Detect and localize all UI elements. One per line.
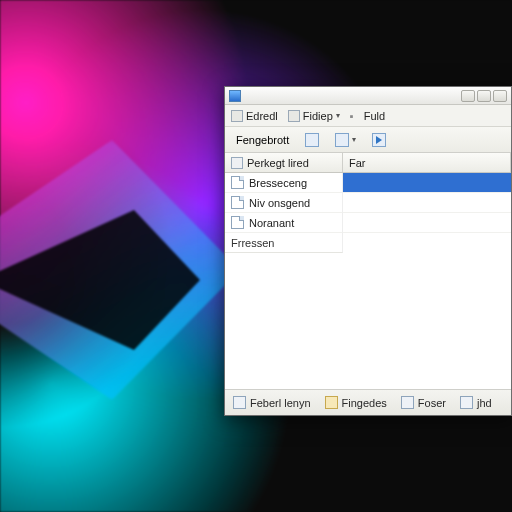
status-item-1[interactable]: Feberl lenyn: [233, 396, 311, 409]
close-button[interactable]: [493, 90, 507, 102]
statusbar: Feberl lenyn Fingedes Foser jhd: [225, 389, 511, 415]
toolbar-button-3[interactable]: [367, 131, 391, 149]
grid-icon: [335, 133, 349, 147]
file-icon: [231, 196, 244, 209]
app-window: Edredl Fidiep ▾ ▪ Fuld Fengebrott ▾ Perk…: [224, 86, 512, 416]
info-icon: [460, 396, 473, 409]
status-item-2[interactable]: Fingedes: [325, 396, 387, 409]
list-item[interactable]: Bresseceng: [225, 173, 511, 193]
menu-item-3[interactable]: Fuld: [364, 110, 385, 122]
toolbar-label[interactable]: Fengebrott: [231, 131, 294, 149]
menu-icon: [288, 110, 300, 122]
document-icon: [305, 133, 319, 147]
window-controls: [461, 90, 507, 102]
status-text: jhd: [477, 397, 492, 409]
list-item[interactable]: Niv onsgend: [225, 193, 511, 213]
toolbar-text: Fengebrott: [236, 134, 289, 146]
menu-icon: [231, 110, 243, 122]
column-header-value[interactable]: Far: [343, 153, 511, 172]
item-label: Niv onsgend: [249, 197, 310, 209]
status-text: Fingedes: [342, 397, 387, 409]
play-icon: [372, 133, 386, 147]
column-label: Far: [349, 157, 366, 169]
folder-icon: [325, 396, 338, 409]
app-icon: [229, 90, 241, 102]
toolbar: Fengebrott ▾: [225, 127, 511, 153]
status-item-4[interactable]: jhd: [460, 396, 492, 409]
list-item[interactable]: Frressen: [225, 233, 511, 253]
column-headers: Perkegt lired Far: [225, 153, 511, 173]
maximize-button[interactable]: [477, 90, 491, 102]
titlebar[interactable]: [225, 87, 511, 105]
status-item-3[interactable]: Foser: [401, 396, 446, 409]
toolbar-button-2[interactable]: ▾: [330, 131, 361, 149]
file-list[interactable]: Bresseceng Niv onsgend Noranant Frressen: [225, 173, 511, 389]
chevron-down-icon: ▾: [352, 135, 356, 144]
status-text: Foser: [418, 397, 446, 409]
list-item[interactable]: Noranant: [225, 213, 511, 233]
column-header-name[interactable]: Perkegt lired: [225, 153, 343, 172]
column-icon: [231, 157, 243, 169]
menu-item-2[interactable]: Fidiep: [303, 110, 333, 122]
chevron-down-icon: ▾: [336, 111, 340, 120]
status-text: Feberl lenyn: [250, 397, 311, 409]
menu-item-1[interactable]: Edredl: [246, 110, 278, 122]
menu-separator: ▪: [350, 110, 354, 122]
column-label: Perkegt lired: [247, 157, 309, 169]
minimize-button[interactable]: [461, 90, 475, 102]
item-label: Frressen: [231, 237, 274, 249]
file-icon: [231, 216, 244, 229]
toolbar-button-1[interactable]: [300, 131, 324, 149]
file-icon: [231, 176, 244, 189]
document-icon: [233, 396, 246, 409]
menubar: Edredl Fidiep ▾ ▪ Fuld: [225, 105, 511, 127]
item-label: Bresseceng: [249, 177, 307, 189]
page-icon: [401, 396, 414, 409]
item-label: Noranant: [249, 217, 294, 229]
